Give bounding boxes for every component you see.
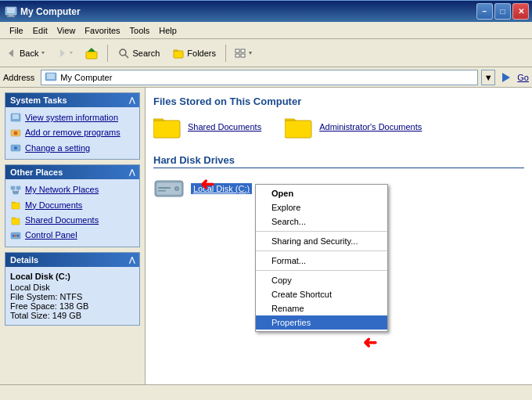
ctx-sep-3 (256, 270, 387, 271)
ctx-copy[interactable]: Copy (256, 273, 387, 287)
system-tasks-chevron: ⋀ (129, 96, 135, 104)
menubar: File Edit View Favorites Tools Help (0, 22, 532, 39)
go-label[interactable]: Go (517, 73, 529, 82)
svg-rect-46 (158, 190, 166, 192)
forward-icon (56, 48, 66, 59)
menu-help[interactable]: Help (154, 24, 182, 37)
menu-view[interactable]: View (52, 24, 81, 37)
menu-favorites[interactable]: Favorites (80, 24, 124, 37)
programs-icon (10, 128, 21, 139)
menu-file[interactable]: File (5, 24, 28, 37)
statusbar (0, 384, 532, 400)
svg-point-24 (14, 132, 18, 135)
address-field[interactable]: My Computer (41, 70, 478, 85)
address-icon (45, 71, 57, 84)
ctx-sep-2 (256, 250, 387, 251)
forward-button[interactable] (52, 43, 78, 63)
titlebar-icon (5, 5, 17, 18)
svg-rect-45 (158, 187, 171, 189)
search-button[interactable]: Search (112, 43, 165, 63)
ctx-explore[interactable]: Explore (256, 200, 387, 214)
shared-docs-icon (10, 215, 21, 226)
details-filesystem: File System: NTFS (10, 292, 135, 301)
views-dropdown-icon (247, 47, 253, 59)
forward-dropdown-icon (68, 48, 74, 59)
sidebar-item-view-system[interactable]: View system information (7, 110, 138, 125)
other-places-header[interactable]: Other Places ⋀ (5, 165, 139, 179)
my-documents-icon (10, 200, 21, 211)
control-panel-icon (10, 230, 21, 241)
context-menu: Open Explore Search... Sharing and Secur… (255, 184, 388, 332)
svg-rect-13 (235, 49, 239, 52)
admin-docs-folder-icon (285, 115, 313, 139)
back-dropdown-icon (40, 48, 46, 59)
back-button[interactable]: Back (3, 43, 50, 63)
ctx-properties[interactable]: Properties (256, 315, 387, 330)
ctx-open[interactable]: Open (256, 186, 387, 200)
red-arrow-drive: ➜ (200, 175, 214, 195)
sidebar-item-shared-documents[interactable]: Shared Documents (7, 213, 138, 228)
hdd-title: Hard Disk Drives (153, 154, 524, 168)
svg-rect-27 (11, 186, 15, 189)
ctx-create-shortcut[interactable]: Create Shortcut (256, 287, 387, 301)
ctx-sharing[interactable]: Sharing and Security... (256, 234, 387, 248)
svg-rect-28 (16, 186, 20, 189)
ctx-rename[interactable]: Rename (256, 301, 387, 315)
files-title: Files Stored on This Computer (153, 95, 524, 107)
details-chevron: ⋀ (129, 256, 135, 264)
system-tasks-section: System Tasks ⋀ View system information (5, 92, 140, 160)
red-arrow-properties: ➜ (363, 333, 377, 353)
svg-marker-4 (9, 49, 13, 57)
admin-docs-item[interactable]: Administrator's Documents (285, 115, 422, 139)
shared-docs-label: Shared Documents (188, 122, 261, 132)
svg-point-44 (176, 188, 178, 190)
folders-button[interactable]: Folders (167, 43, 221, 63)
views-icon (234, 47, 246, 59)
menu-edit[interactable]: Edit (28, 24, 52, 37)
ctx-sep-1 (256, 231, 387, 232)
sidebar-item-control-panel[interactable]: Control Panel (7, 228, 138, 243)
shared-docs-folder-icon (153, 115, 182, 139)
sidebar-item-network[interactable]: My Network Places (7, 182, 138, 197)
ctx-search[interactable]: Search... (256, 214, 387, 229)
svg-rect-39 (153, 121, 180, 138)
main-area: System Tasks ⋀ View system information (0, 88, 532, 384)
up-button[interactable] (80, 43, 103, 63)
up-icon (84, 45, 99, 61)
svg-rect-1 (7, 8, 15, 13)
details-totalsize: Total Size: 149 GB (10, 311, 135, 320)
titlebar-buttons: − □ ✕ (476, 3, 529, 20)
svg-rect-19 (47, 74, 55, 79)
address-dropdown[interactable]: ▼ (481, 70, 495, 85)
close-button[interactable]: ✕ (512, 3, 529, 20)
hdd-area: ➜ Local Disk (C:) Open Explore Search... (153, 176, 524, 201)
details-freespace: Free Space: 138 GB (10, 301, 135, 311)
ctx-format[interactable]: Format... (256, 254, 387, 268)
system-tasks-header[interactable]: System Tasks ⋀ (5, 93, 139, 107)
svg-rect-22 (13, 114, 19, 119)
address-label: Address (3, 73, 38, 82)
toolbar: Back Search Folders (0, 39, 532, 67)
sidebar-item-add-remove[interactable]: Add or remove programs (7, 125, 138, 140)
maximize-button[interactable]: □ (494, 3, 511, 20)
svg-rect-33 (12, 203, 20, 209)
content-area: Files Stored on This Computer Shared Doc… (145, 88, 532, 384)
sidebar-item-change-setting[interactable]: Change a setting (7, 141, 138, 156)
system-tasks-body: View system information Add or remove pr… (5, 107, 139, 159)
details-subtitle: Local Disk (10, 283, 135, 292)
menu-tools[interactable]: Tools (125, 24, 155, 37)
details-header[interactable]: Details ⋀ (5, 253, 139, 267)
svg-point-36 (13, 235, 15, 237)
views-button[interactable] (230, 43, 257, 63)
svg-rect-15 (235, 54, 239, 57)
search-label: Search (132, 49, 160, 58)
minimize-button[interactable]: − (476, 3, 493, 20)
sidebar-item-my-documents[interactable]: My Documents (7, 198, 138, 213)
network-icon (10, 185, 21, 196)
svg-line-11 (125, 55, 128, 58)
shared-docs-item[interactable]: Shared Documents (153, 115, 261, 139)
svg-rect-34 (12, 218, 20, 225)
svg-rect-16 (241, 54, 245, 57)
svg-marker-5 (41, 52, 45, 54)
titlebar: My Computer − □ ✕ (0, 0, 532, 22)
